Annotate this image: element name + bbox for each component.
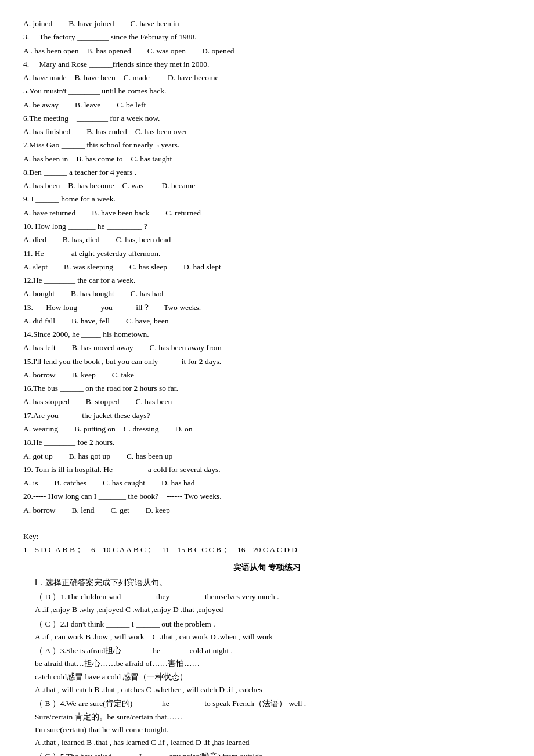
item-3-note1: be afraid that…担心……be afraid of……害怕……	[23, 657, 511, 670]
item-2-q: .I don't think ______ I ______ out the p…	[64, 620, 215, 628]
line-22: 13.-----How long _____ you _____ ill？---…	[23, 301, 511, 314]
line-12: 8.Ben ______ a teacher for 4 years .	[23, 166, 511, 179]
item-5: （ C ）5.The boy asked ______ I ______ any…	[23, 750, 511, 756]
item-4-note2: I'm sure(certain) that he will come toni…	[23, 723, 511, 736]
item-4-options: A .that , learned B .that , has learned …	[23, 736, 511, 749]
item-4-q: .We are sure(肯定的)_______ he ________ to …	[64, 699, 306, 708]
item-5-bracket: （ C ）5	[35, 752, 64, 756]
key-answers: 1---5 D C A B B； 6---10 C A A B C； 11---…	[23, 543, 511, 556]
line-35: A. is B. catches C. has caught D. has ha…	[23, 477, 511, 489]
line-37: A. borrow B. lend C. get D. keep	[23, 504, 511, 517]
line-19: A. slept B. was sleeping C. has sleep D.…	[23, 261, 511, 273]
line-13: A. has been B. has become C. was D. beca…	[23, 179, 511, 192]
line-23: A. did fall B. have, fell C. have, been	[23, 315, 511, 327]
line-20: 12.He ________ the car for a week.	[23, 274, 511, 287]
item-3-question: （ A ）3.She is afraid担心 _______ he_______…	[23, 645, 511, 657]
line-10: 7.Miss Gao ______ this school for nearly…	[23, 139, 511, 152]
line-16: 10. How long _______ he _________ ?	[23, 220, 511, 233]
line-17: A. died B. has, died C. has, been dead	[23, 233, 511, 246]
item-4-bracket: （ B ）4	[35, 699, 64, 708]
item-1: （ D ）1.The children said ________ they _…	[23, 591, 511, 617]
line-24: 14.Since 2000, he _____ his hometown.	[23, 328, 511, 341]
item-2-bracket: （ C ）2	[35, 620, 64, 628]
section2-intro: Ⅰ．选择正确答案完成下列宾语从句。	[23, 577, 511, 589]
line-31: A. wearing B. putting on C. dressing D. …	[23, 423, 511, 435]
item-3-q: .She is afraid担心 _______ he_______ cold …	[64, 646, 233, 655]
line-27: A. borrow B. keep C. take	[23, 369, 511, 381]
line-7: A. be away B. leave C. be left	[23, 99, 511, 111]
item-1-options: A .if ,enjoy B .why ,enjoyed C .what ,en…	[23, 603, 511, 616]
line-34: 19. Tom is ill in hospital. He ________ …	[23, 463, 511, 476]
page-content: A. joined B. have joined C. have been in…	[23, 17, 511, 756]
line-2: 3. The factory ________ since the Februa…	[23, 31, 511, 44]
line-26: 15.I'll lend you the book , but you can …	[23, 355, 511, 368]
line-36: 20.----- How long can I _______ the book…	[23, 490, 511, 503]
item-5-q: .The boy asked ______ I ______ any noise…	[64, 752, 266, 756]
line-15: A. have returned B. have been back C. re…	[23, 207, 511, 219]
line-21: A. bought B. has bought C. has had	[23, 287, 511, 300]
item-3-note2: catch cold感冒 have a cold 感冒（一种状态）	[23, 671, 511, 683]
line-11: A. has been in B. has come to C. has tau…	[23, 153, 511, 165]
item-2: （ C ）2.I don't think ______ I ______ out…	[23, 618, 511, 644]
line-5: A. have made B. have been C. made D. hav…	[23, 71, 511, 84]
key-label: Key:	[23, 530, 511, 543]
item-1-q: .The children said ________ they _______…	[64, 592, 279, 601]
item-1-question: （ D ）1.The children said ________ they _…	[23, 591, 511, 603]
line-18: 11. He ______ at eight yesterday afterno…	[23, 247, 511, 260]
section2-title: 宾语从句 专项练习	[23, 561, 511, 574]
line-32: 18.He ________ foe 2 hours.	[23, 436, 511, 449]
item-4: （ B ）4.We are sure(肯定的)_______ he ______…	[23, 697, 511, 749]
line-9: A. has finished B. has ended C. has been…	[23, 125, 511, 138]
line-25: A. has left B. has moved away C. has bee…	[23, 341, 511, 354]
item-3-bracket: （ A ）3	[35, 646, 64, 655]
line-33: A. got up B. has got up C. has been up	[23, 450, 511, 463]
line-28: 16.The bus ______ on the road for 2 hour…	[23, 382, 511, 395]
item-2-question: （ C ）2.I don't think ______ I ______ out…	[23, 618, 511, 631]
line-30: 17.Are you _____ the jacket these days?	[23, 409, 511, 422]
line-14: 9. I ______ home for a week.	[23, 193, 511, 206]
item-3-options: A .that , will catch B .that , catches C…	[23, 683, 511, 696]
item-3: （ A ）3.She is afraid担心 _______ he_______…	[23, 645, 511, 696]
line-29: A. has stopped B. stopped C. has been	[23, 395, 511, 408]
line-6: 5.You mustn't ________ until he comes ba…	[23, 85, 511, 98]
line-8: 6.The meeting ________ for a week now.	[23, 112, 511, 125]
line-3: A . has been open B. has opened C. was o…	[23, 45, 511, 57]
exercise-lines: A. joined B. have joined C. have been in…	[23, 17, 511, 557]
line-4: 4. Mary and Rose ______friends since the…	[23, 58, 511, 71]
item-1-bracket: （ D ）1	[35, 592, 64, 601]
line-1: A. joined B. have joined C. have been in	[23, 17, 511, 30]
item-4-question: （ B ）4.We are sure(肯定的)_______ he ______…	[23, 697, 511, 710]
item-2-options: A .if , can work B .how , will work C .t…	[23, 631, 511, 643]
section2: 宾语从句 专项练习 Ⅰ．选择正确答案完成下列宾语从句。 （ D ）1.The c…	[23, 561, 511, 756]
item-5-question: （ C ）5.The boy asked ______ I ______ any…	[23, 750, 511, 756]
item-4-note1: Sure/certain 肯定的。be sure/certain that……	[23, 711, 511, 723]
